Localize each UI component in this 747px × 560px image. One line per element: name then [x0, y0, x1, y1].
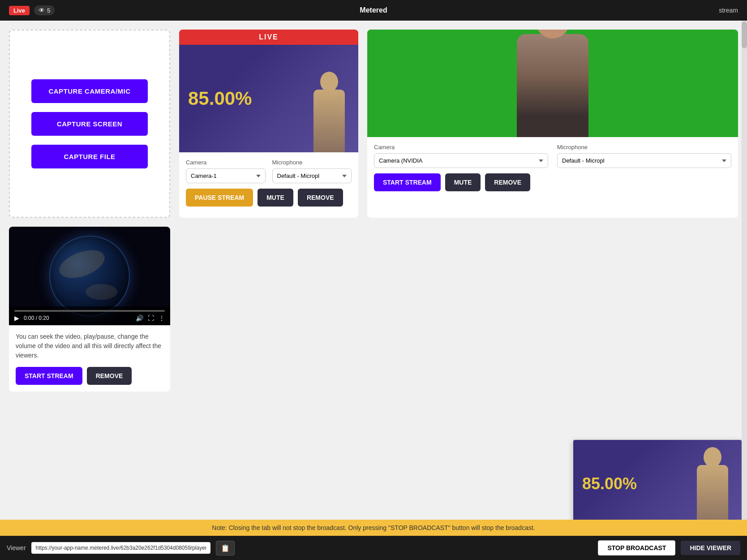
camera-camera-group: Camera Camera (NVIDIA	[374, 144, 548, 168]
note-bar: Note: Closing the tab will not stop the …	[0, 520, 747, 536]
preview-panel: 85.00%	[572, 439, 743, 529]
preview-head	[704, 447, 721, 467]
camera-mic-select[interactable]: Default - Micropl	[557, 153, 731, 168]
hide-viewer-button[interactable]: HIDE VIEWER	[681, 541, 740, 555]
video-panel: ▶ 0:00 / 0:20 🔊 ⛶ ⋮ You can seek the vid…	[9, 227, 170, 392]
video-description: You can seek the video, play/pause, chan…	[9, 325, 170, 367]
stop-broadcast-button[interactable]: STOP BROADCAST	[598, 540, 675, 556]
camera-device-row: Camera Camera (NVIDIA Microphone Default…	[374, 144, 731, 168]
scrollbar-thumb[interactable]	[742, 22, 747, 48]
more-options-button[interactable]: ⋮	[159, 314, 165, 322]
volume-button[interactable]: 🔊	[136, 314, 143, 322]
capture-camera-mic-button[interactable]: CAPTURE CAMERA/MIC	[31, 79, 148, 103]
topbar-title: Metered	[360, 6, 387, 14]
time-display: 0:00 / 0:20	[24, 315, 49, 321]
camera-remove-button[interactable]: REMOVE	[485, 173, 530, 191]
stream-remove-button[interactable]: REMOVE	[298, 189, 343, 207]
capture-panel: CAPTURE CAMERA/MIC CAPTURE SCREEN CAPTUR…	[9, 30, 170, 218]
stream-device-row: Camera Camera-1 Microphone Default - Mic…	[186, 159, 352, 183]
earth-globe	[49, 236, 130, 316]
preview-body	[697, 465, 728, 528]
camera-video-preview	[367, 30, 738, 137]
stream-camera-label: Camera	[186, 159, 266, 166]
live-header: LIVE	[179, 30, 358, 45]
stream-video-preview: 85.00%	[179, 45, 358, 152]
capture-file-button[interactable]: CAPTURE FILE	[31, 145, 148, 168]
viewer-count-badge: 👁 5	[34, 5, 55, 15]
topbar-left: Live 👁 5	[9, 5, 55, 15]
stream-mute-button[interactable]: MUTE	[258, 189, 293, 207]
stream-camera-select[interactable]: Camera-1	[186, 168, 266, 183]
video-start-stream-button[interactable]: START STREAM	[16, 367, 82, 385]
stream-mic-label: Microphone	[272, 159, 352, 166]
stream-mic-select[interactable]: Default - Micropl	[272, 168, 352, 183]
action-bar: Viewer 📋 STOP BROADCAST HIDE VIEWER	[0, 536, 747, 560]
pause-stream-button[interactable]: PAUSE STREAM	[186, 189, 253, 207]
stream-panel: LIVE 85.00% Camera Camera-1 Microph	[179, 30, 358, 218]
presentation-mockup: 85.00%	[179, 45, 358, 152]
play-button[interactable]: ▶	[14, 314, 19, 322]
stream-camera-group: Camera Camera-1	[186, 159, 266, 183]
topbar: Live 👁 5 Metered stream	[0, 0, 747, 21]
camera-controls: Camera Camera (NVIDIA Microphone Default…	[367, 137, 738, 198]
stream-mic-group: Microphone Default - Micropl	[272, 159, 352, 183]
live-badge: Live	[9, 6, 30, 15]
camera-panel: Camera Camera (NVIDIA Microphone Default…	[367, 30, 738, 218]
capture-screen-button[interactable]: CAPTURE SCREEN	[31, 112, 148, 136]
eye-icon: 👁	[39, 7, 45, 14]
preview-percent: 85.00%	[582, 474, 637, 493]
stream-big-percent: 85.00%	[188, 88, 252, 109]
video-btn-row: START STREAM REMOVE	[9, 367, 170, 392]
camera-camera-label: Camera	[374, 144, 548, 151]
camera-mic-group: Microphone Default - Micropl	[557, 144, 731, 168]
main-content: CAPTURE CAMERA/MIC CAPTURE SCREEN CAPTUR…	[0, 21, 747, 401]
preview-inner: 85.00%	[573, 440, 742, 528]
topbar-stream-label: stream	[719, 7, 738, 14]
pres-body	[313, 90, 345, 152]
preview-person	[697, 447, 728, 528]
video-controls: ▶ 0:00 / 0:20 🔊 ⛶ ⋮	[9, 306, 170, 325]
person-body	[517, 34, 588, 137]
viewer-count-number: 5	[47, 7, 50, 14]
camera-start-stream-button[interactable]: START STREAM	[374, 173, 441, 191]
scrollbar[interactable]	[742, 21, 747, 536]
viewer-url-input[interactable]	[31, 542, 210, 554]
video-player: ▶ 0:00 / 0:20 🔊 ⛶ ⋮	[9, 227, 170, 325]
camera-btn-row: START STREAM MUTE REMOVE	[374, 173, 731, 191]
camera-camera-select[interactable]: Camera (NVIDIA	[374, 153, 548, 168]
stream-btn-row: PAUSE STREAM MUTE REMOVE	[186, 189, 352, 207]
green-screen-person	[517, 30, 588, 137]
camera-mute-button[interactable]: MUTE	[445, 173, 481, 191]
pres-head	[320, 72, 338, 92]
stream-controls: Camera Camera-1 Microphone Default - Mic…	[179, 152, 358, 213]
video-progress-bar[interactable]	[14, 310, 165, 312]
camera-mic-label: Microphone	[557, 144, 731, 151]
video-ctrl-row: ▶ 0:00 / 0:20 🔊 ⛶ ⋮	[14, 314, 165, 322]
fullscreen-button[interactable]: ⛶	[148, 314, 154, 322]
viewer-label: Viewer	[7, 544, 26, 551]
presentation-person	[313, 72, 345, 152]
copy-url-button[interactable]: 📋	[216, 541, 235, 556]
video-remove-button[interactable]: REMOVE	[87, 367, 132, 385]
